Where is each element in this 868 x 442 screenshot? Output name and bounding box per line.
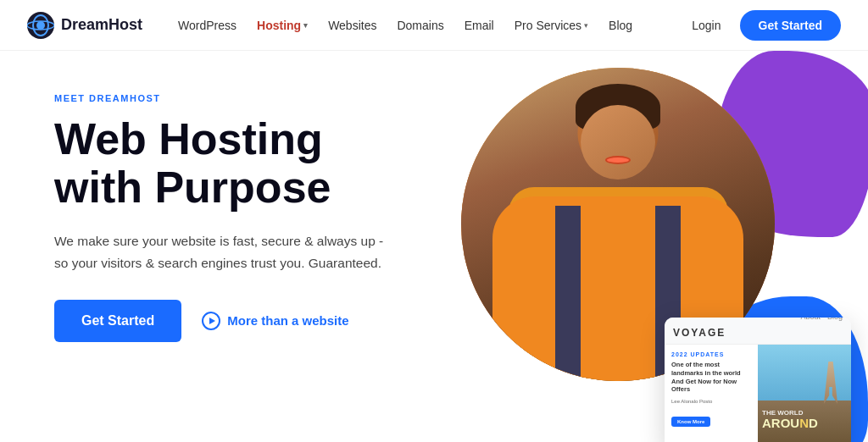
card-header: VOYAGE About Blog [665,318,851,345]
meet-label: MEET DREAMHOST [54,93,461,103]
play-icon [202,312,220,330]
card-text-column: 2022 UPDATES One of the most landmarks i… [665,345,758,442]
card-nav-blog: Blog [827,318,843,321]
get-started-button[interactable]: Get Started [54,300,181,342]
chevron-down-icon: ▾ [303,21,308,30]
hero-image-area: VOYAGE About Blog 2022 UPDATES One of th… [444,51,868,442]
card-nav-about: About [800,318,821,321]
card-nav: About Blog [800,318,843,321]
nav-domains[interactable]: Domains [388,14,452,37]
website-card: VOYAGE About Blog 2022 UPDATES One of th… [665,318,851,442]
card-author: Lee Alonalo Posto [671,398,751,406]
nav-right: Login Get Started [683,10,841,41]
hero-buttons: Get Started More than a website [54,300,461,342]
card-body: 2022 UPDATES One of the most landmarks i… [665,345,851,442]
chevron-down-icon-pro: ▾ [584,21,588,30]
logo[interactable]: DreamHost [27,12,142,39]
nav-email[interactable]: Email [456,14,503,37]
hero-section: MEET DREAMHOST Web Hosting with Purpose … [0,51,868,442]
nav-websites[interactable]: Websites [320,14,385,37]
card-image-column: THE WORLD AROUND [758,345,851,442]
nav-links: WordPress Hosting ▾ Websites Domains Ema… [170,14,683,37]
hero-title: Web Hosting with Purpose [54,115,461,212]
more-than-website-link[interactable]: More than a website [202,312,348,330]
nav-blog[interactable]: Blog [600,14,641,37]
eiffel-tower-icon [823,362,838,404]
card-know-more-btn[interactable]: Know More [671,417,710,427]
card-site-name: VOYAGE [673,327,726,339]
navigation: DreamHost WordPress Hosting ▾ Websites D… [0,0,868,51]
card-world-text: THE WORLD AROUND [762,409,847,429]
logo-text: DreamHost [61,16,142,34]
card-update-title: One of the most landmarks in the world A… [671,361,751,394]
hero-content: MEET DREAMHOST Web Hosting with Purpose … [54,85,461,342]
nav-pro-services[interactable]: Pro Services ▾ [506,14,597,37]
nav-wordpress[interactable]: WordPress [170,14,245,37]
svg-point-2 [36,21,45,30]
login-button[interactable]: Login [683,14,729,37]
nav-hosting[interactable]: Hosting ▾ [248,14,316,37]
hero-description: We make sure your website is fast, secur… [54,230,393,273]
card-update-label: 2022 UPDATES [671,351,751,357]
get-started-nav-button[interactable]: Get Started [740,10,841,41]
